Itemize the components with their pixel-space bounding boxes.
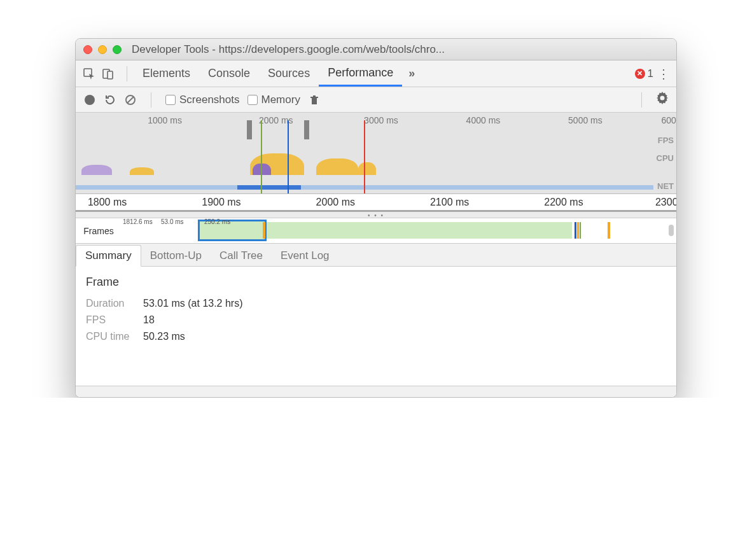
frame-duration-label: 1812.6 ms bbox=[123, 218, 153, 225]
tab-console[interactable]: Console bbox=[199, 60, 259, 87]
checkbox-label: Screenshots bbox=[179, 94, 240, 106]
frame-bar bbox=[608, 222, 610, 239]
overview-row-label: FPS bbox=[658, 136, 674, 145]
ruler-tick: 2200 ms bbox=[544, 197, 583, 208]
detail-tab-call-tree[interactable]: Call Tree bbox=[211, 246, 272, 266]
flame-ruler[interactable]: 1800 ms1900 ms2000 ms2100 ms2200 ms2300 bbox=[76, 194, 676, 212]
tabs-overflow-button[interactable]: » bbox=[402, 67, 421, 80]
cpu-activity bbox=[316, 158, 358, 175]
summary-title: Frame bbox=[86, 276, 666, 289]
svg-point-5 bbox=[661, 97, 664, 99]
detail-tabs: SummaryBottom-UpCall TreeEvent Log bbox=[76, 244, 676, 267]
ruler-tick: 2300 bbox=[655, 197, 677, 208]
frame-duration-label: 53.0 ms bbox=[161, 218, 184, 225]
ruler-tick: 1800 ms bbox=[88, 197, 127, 208]
tab-sources[interactable]: Sources bbox=[259, 60, 319, 87]
error-count: 1 bbox=[648, 67, 653, 80]
frames-track[interactable]: Frames 1812.6 ms53.0 ms250.2 ms bbox=[76, 218, 676, 244]
track-label-text: Frames bbox=[83, 226, 113, 236]
marker-line bbox=[288, 120, 289, 193]
overview-tick: 5000 ms bbox=[568, 115, 602, 125]
overview-tick: 6000 bbox=[661, 115, 677, 125]
summary-label: Duration bbox=[86, 298, 134, 309]
close-button[interactable] bbox=[83, 45, 92, 54]
net-segment bbox=[237, 185, 301, 190]
frame-duration-label: 250.2 ms bbox=[204, 218, 230, 225]
cpu-activity bbox=[130, 167, 154, 175]
range-handle[interactable] bbox=[247, 120, 252, 139]
frames-track-label: Frames bbox=[76, 218, 122, 243]
frame-bar bbox=[263, 222, 265, 239]
svg-line-4 bbox=[127, 97, 134, 103]
ruler-tick: 2100 ms bbox=[430, 197, 469, 208]
divider bbox=[641, 92, 642, 108]
checkbox-icon bbox=[165, 95, 176, 105]
marker-line bbox=[261, 120, 262, 193]
ruler-tick: 2000 ms bbox=[316, 197, 355, 208]
summary-value: 18 bbox=[143, 314, 155, 326]
summary-row: Duration53.01 ms (at 13.2 hrs) bbox=[86, 298, 666, 309]
panel-tabs: ElementsConsoleSourcesPerformance » ✕ 1 … bbox=[76, 60, 676, 87]
cpu-activity bbox=[358, 162, 376, 175]
summary-row: FPS18 bbox=[86, 314, 666, 326]
overview-tick: 3000 ms bbox=[364, 115, 398, 125]
frame-bar bbox=[574, 222, 576, 239]
clear-button[interactable] bbox=[124, 94, 137, 106]
detail-tab-event-log[interactable]: Event Log bbox=[272, 246, 338, 266]
ruler-tick: 1900 ms bbox=[202, 197, 240, 208]
marker-line bbox=[364, 120, 365, 193]
overview-row-label: NET bbox=[657, 181, 674, 191]
scrollbar-thumb[interactable] bbox=[669, 225, 674, 236]
garbage-collect-button[interactable] bbox=[308, 94, 321, 106]
cpu-chart bbox=[76, 150, 676, 175]
timeline-overview[interactable]: 1000 ms2000 ms3000 ms4000 ms5000 ms6000 … bbox=[76, 113, 676, 194]
memory-checkbox[interactable]: Memory bbox=[247, 94, 300, 106]
range-handle[interactable] bbox=[304, 120, 309, 139]
zoom-button[interactable] bbox=[113, 45, 122, 54]
devtools-window: Developer Tools - https://developers.goo… bbox=[75, 38, 677, 398]
overview-tick: 4000 ms bbox=[466, 115, 501, 125]
checkbox-icon bbox=[247, 95, 258, 105]
tab-list: ElementsConsoleSourcesPerformance bbox=[134, 60, 402, 87]
frames-area[interactable]: 1812.6 ms53.0 ms250.2 ms bbox=[122, 218, 676, 243]
traffic-lights bbox=[83, 45, 122, 54]
tab-elements[interactable]: Elements bbox=[134, 60, 199, 87]
summary-value: 50.23 ms bbox=[143, 331, 185, 342]
screenshots-checkbox[interactable]: Screenshots bbox=[165, 94, 240, 106]
error-icon: ✕ bbox=[635, 69, 645, 79]
window-title: Developer Tools - https://developers.goo… bbox=[132, 43, 669, 56]
divider bbox=[127, 66, 127, 81]
frame-block[interactable] bbox=[267, 222, 572, 239]
status-strip bbox=[76, 386, 676, 397]
detail-tab-summary[interactable]: Summary bbox=[76, 245, 141, 267]
divider bbox=[151, 92, 151, 108]
minimize-button[interactable] bbox=[98, 45, 107, 54]
overview-tick: 1000 ms bbox=[148, 115, 182, 125]
error-indicator[interactable]: ✕ 1 bbox=[635, 67, 653, 80]
cpu-activity bbox=[81, 165, 111, 175]
summary-row: CPU time50.23 ms bbox=[86, 331, 666, 342]
record-button[interactable] bbox=[83, 94, 96, 106]
device-toggle-icon[interactable] bbox=[101, 67, 115, 81]
summary-label: FPS bbox=[86, 314, 134, 326]
drag-handle[interactable]: • • • bbox=[76, 212, 676, 218]
reload-button[interactable] bbox=[104, 94, 116, 106]
summary-value: 53.01 ms (at 13.2 hrs) bbox=[143, 298, 243, 309]
titlebar: Developer Tools - https://developers.goo… bbox=[76, 39, 676, 60]
tab-performance[interactable]: Performance bbox=[319, 60, 402, 87]
frame-bar bbox=[580, 222, 581, 239]
performance-toolbar: Screenshots Memory bbox=[76, 87, 676, 113]
settings-icon[interactable] bbox=[656, 92, 669, 108]
kebab-menu-icon[interactable]: ⋮ bbox=[657, 66, 670, 81]
summary-label: CPU time bbox=[86, 331, 134, 342]
frame-bar bbox=[577, 222, 579, 239]
detail-tab-bottom-up[interactable]: Bottom-Up bbox=[141, 246, 211, 266]
svg-rect-2 bbox=[108, 71, 113, 79]
inspect-icon[interactable] bbox=[82, 67, 96, 81]
checkbox-label: Memory bbox=[261, 94, 300, 106]
summary-panel: Frame Duration53.01 ms (at 13.2 hrs)FPS1… bbox=[76, 267, 676, 386]
